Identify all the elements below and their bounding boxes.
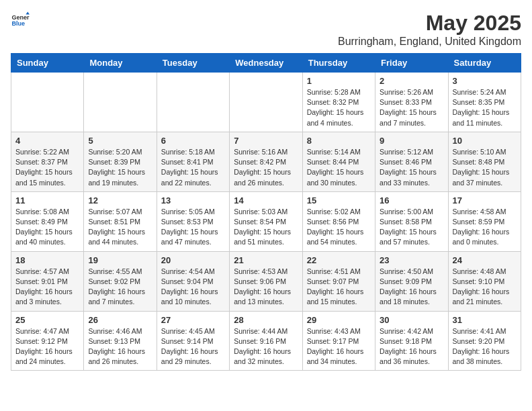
day-number: 31 bbox=[453, 315, 517, 325]
day-info: Sunrise: 5:02 AM Sunset: 8:56 PM Dayligh… bbox=[307, 207, 371, 248]
calendar-cell: 20Sunrise: 4:54 AM Sunset: 9:04 PM Dayli… bbox=[157, 251, 229, 311]
title-area: May 2025 Burringham, England, United Kin… bbox=[338, 11, 521, 48]
day-info: Sunrise: 4:42 AM Sunset: 9:18 PM Dayligh… bbox=[380, 326, 443, 367]
subtitle: Burringham, England, United Kingdom bbox=[338, 36, 521, 48]
calendar-cell: 2Sunrise: 5:26 AM Sunset: 8:33 PM Daylig… bbox=[375, 73, 448, 132]
calendar-cell: 25Sunrise: 4:47 AM Sunset: 9:12 PM Dayli… bbox=[11, 311, 84, 371]
calendar-cell: 1Sunrise: 5:28 AM Sunset: 8:32 PM Daylig… bbox=[302, 73, 375, 132]
day-number: 24 bbox=[453, 255, 517, 265]
day-info: Sunrise: 5:26 AM Sunset: 8:33 PM Dayligh… bbox=[380, 87, 443, 128]
day-info: Sunrise: 4:47 AM Sunset: 9:12 PM Dayligh… bbox=[15, 326, 79, 367]
calendar-header: SundayMondayTuesdayWednesdayThursdayFrid… bbox=[11, 54, 521, 73]
header-day-tuesday: Tuesday bbox=[157, 54, 229, 73]
calendar-cell: 28Sunrise: 4:44 AM Sunset: 9:16 PM Dayli… bbox=[230, 311, 302, 371]
calendar-cell: 11Sunrise: 5:08 AM Sunset: 8:49 PM Dayli… bbox=[11, 191, 84, 251]
week-row-1: 1Sunrise: 5:28 AM Sunset: 8:32 PM Daylig… bbox=[11, 73, 521, 132]
day-number: 1 bbox=[307, 76, 371, 86]
week-row-4: 18Sunrise: 4:57 AM Sunset: 9:01 PM Dayli… bbox=[11, 251, 521, 311]
day-info: Sunrise: 5:08 AM Sunset: 8:49 PM Dayligh… bbox=[15, 207, 79, 248]
day-info: Sunrise: 5:20 AM Sunset: 8:39 PM Dayligh… bbox=[88, 147, 152, 188]
calendar-cell: 15Sunrise: 5:02 AM Sunset: 8:56 PM Dayli… bbox=[302, 191, 375, 251]
day-number: 8 bbox=[307, 136, 371, 146]
day-number: 16 bbox=[380, 195, 443, 205]
calendar-cell: 3Sunrise: 5:24 AM Sunset: 8:35 PM Daylig… bbox=[448, 73, 521, 132]
week-row-5: 25Sunrise: 4:47 AM Sunset: 9:12 PM Dayli… bbox=[11, 311, 521, 371]
day-number: 9 bbox=[380, 136, 443, 146]
day-number: 21 bbox=[234, 255, 298, 265]
day-info: Sunrise: 5:00 AM Sunset: 8:58 PM Dayligh… bbox=[380, 207, 443, 248]
calendar-cell: 23Sunrise: 4:50 AM Sunset: 9:09 PM Dayli… bbox=[375, 251, 448, 311]
svg-text:Blue: Blue bbox=[11, 20, 25, 27]
day-info: Sunrise: 5:05 AM Sunset: 8:53 PM Dayligh… bbox=[161, 207, 225, 248]
calendar-cell: 16Sunrise: 5:00 AM Sunset: 8:58 PM Dayli… bbox=[375, 191, 448, 251]
day-info: Sunrise: 5:14 AM Sunset: 8:44 PM Dayligh… bbox=[307, 147, 371, 188]
day-number: 10 bbox=[453, 136, 517, 146]
calendar-cell: 9Sunrise: 5:12 AM Sunset: 8:46 PM Daylig… bbox=[375, 132, 448, 191]
calendar-cell: 12Sunrise: 5:07 AM Sunset: 8:51 PM Dayli… bbox=[84, 191, 157, 251]
day-info: Sunrise: 4:53 AM Sunset: 9:06 PM Dayligh… bbox=[234, 267, 298, 308]
day-number: 13 bbox=[161, 195, 225, 205]
calendar-cell: 13Sunrise: 5:05 AM Sunset: 8:53 PM Dayli… bbox=[157, 191, 229, 251]
day-number: 6 bbox=[161, 136, 225, 146]
day-info: Sunrise: 5:07 AM Sunset: 8:51 PM Dayligh… bbox=[88, 207, 152, 248]
calendar-cell bbox=[157, 73, 229, 132]
calendar-cell: 24Sunrise: 4:48 AM Sunset: 9:10 PM Dayli… bbox=[448, 251, 521, 311]
calendar-cell: 30Sunrise: 4:42 AM Sunset: 9:18 PM Dayli… bbox=[375, 311, 448, 371]
day-number: 19 bbox=[88, 255, 152, 265]
calendar-cell: 14Sunrise: 5:03 AM Sunset: 8:54 PM Dayli… bbox=[230, 191, 302, 251]
header-day-thursday: Thursday bbox=[302, 54, 375, 73]
day-info: Sunrise: 5:10 AM Sunset: 8:48 PM Dayligh… bbox=[453, 147, 517, 188]
calendar-cell: 4Sunrise: 5:22 AM Sunset: 8:37 PM Daylig… bbox=[11, 132, 84, 191]
calendar-cell bbox=[230, 73, 302, 132]
day-info: Sunrise: 4:51 AM Sunset: 9:07 PM Dayligh… bbox=[307, 267, 371, 308]
day-info: Sunrise: 5:03 AM Sunset: 8:54 PM Dayligh… bbox=[234, 207, 298, 248]
day-number: 7 bbox=[234, 136, 298, 146]
calendar-cell bbox=[11, 73, 84, 132]
day-number: 27 bbox=[161, 315, 225, 325]
day-number: 15 bbox=[307, 195, 371, 205]
day-info: Sunrise: 5:12 AM Sunset: 8:46 PM Dayligh… bbox=[380, 147, 443, 188]
day-info: Sunrise: 4:46 AM Sunset: 9:13 PM Dayligh… bbox=[88, 326, 152, 367]
header-day-saturday: Saturday bbox=[448, 54, 521, 73]
day-number: 17 bbox=[453, 195, 517, 205]
day-info: Sunrise: 4:50 AM Sunset: 9:09 PM Dayligh… bbox=[380, 267, 443, 308]
day-number: 30 bbox=[380, 315, 443, 325]
logo-icon: General Blue bbox=[11, 11, 30, 30]
calendar-cell: 10Sunrise: 5:10 AM Sunset: 8:48 PM Dayli… bbox=[448, 132, 521, 191]
day-info: Sunrise: 4:41 AM Sunset: 9:20 PM Dayligh… bbox=[453, 326, 517, 367]
page-header: General Blue May 2025 Burringham, Englan… bbox=[11, 11, 521, 48]
calendar-cell: 31Sunrise: 4:41 AM Sunset: 9:20 PM Dayli… bbox=[448, 311, 521, 371]
calendar-cell: 21Sunrise: 4:53 AM Sunset: 9:06 PM Dayli… bbox=[230, 251, 302, 311]
day-info: Sunrise: 5:16 AM Sunset: 8:42 PM Dayligh… bbox=[234, 147, 298, 188]
day-number: 11 bbox=[15, 195, 79, 205]
header-day-wednesday: Wednesday bbox=[230, 54, 302, 73]
week-row-3: 11Sunrise: 5:08 AM Sunset: 8:49 PM Dayli… bbox=[11, 191, 521, 251]
day-number: 3 bbox=[453, 76, 517, 86]
calendar-cell: 7Sunrise: 5:16 AM Sunset: 8:42 PM Daylig… bbox=[230, 132, 302, 191]
day-number: 29 bbox=[307, 315, 371, 325]
day-number: 25 bbox=[15, 315, 79, 325]
day-number: 28 bbox=[234, 315, 298, 325]
day-number: 5 bbox=[88, 136, 152, 146]
svg-marker-2 bbox=[26, 11, 30, 14]
day-number: 18 bbox=[15, 255, 79, 265]
day-number: 4 bbox=[15, 136, 79, 146]
day-number: 23 bbox=[380, 255, 443, 265]
day-number: 26 bbox=[88, 315, 152, 325]
calendar-cell: 22Sunrise: 4:51 AM Sunset: 9:07 PM Dayli… bbox=[302, 251, 375, 311]
calendar-cell bbox=[84, 73, 157, 132]
day-info: Sunrise: 4:54 AM Sunset: 9:04 PM Dayligh… bbox=[161, 267, 225, 308]
header-day-sunday: Sunday bbox=[11, 54, 84, 73]
calendar-cell: 26Sunrise: 4:46 AM Sunset: 9:13 PM Dayli… bbox=[84, 311, 157, 371]
day-info: Sunrise: 4:43 AM Sunset: 9:17 PM Dayligh… bbox=[307, 326, 371, 367]
day-info: Sunrise: 5:18 AM Sunset: 8:41 PM Dayligh… bbox=[161, 147, 225, 188]
day-info: Sunrise: 4:57 AM Sunset: 9:01 PM Dayligh… bbox=[15, 267, 79, 308]
day-info: Sunrise: 4:48 AM Sunset: 9:10 PM Dayligh… bbox=[453, 267, 517, 308]
calendar-cell: 8Sunrise: 5:14 AM Sunset: 8:44 PM Daylig… bbox=[302, 132, 375, 191]
day-number: 2 bbox=[380, 76, 443, 86]
calendar-cell: 5Sunrise: 5:20 AM Sunset: 8:39 PM Daylig… bbox=[84, 132, 157, 191]
header-day-monday: Monday bbox=[84, 54, 157, 73]
calendar-table: SundayMondayTuesdayWednesdayThursdayFrid… bbox=[11, 53, 521, 371]
day-number: 22 bbox=[307, 255, 371, 265]
header-day-friday: Friday bbox=[375, 54, 448, 73]
